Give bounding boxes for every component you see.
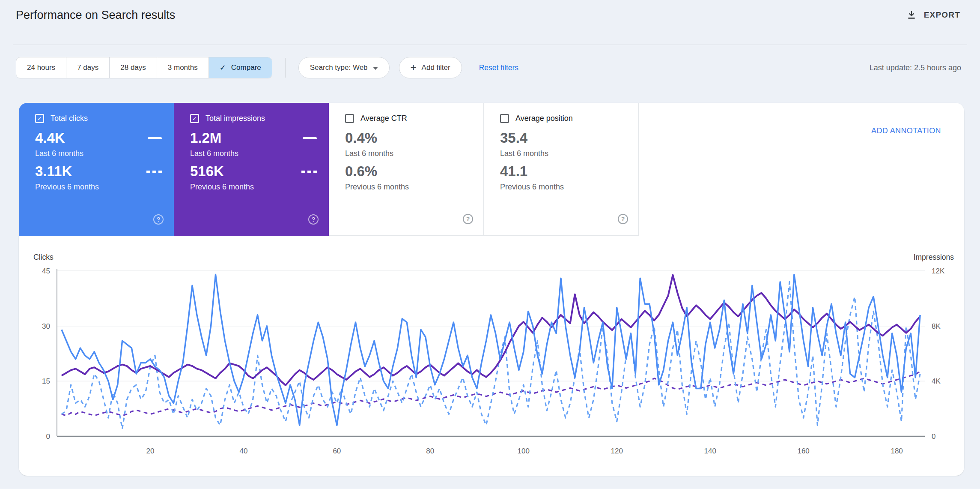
download-icon xyxy=(906,9,917,21)
solid-line-legend-icon xyxy=(148,137,162,139)
header-divider xyxy=(13,45,967,45)
add-annotation-link[interactable]: ADD ANNOTATION xyxy=(869,126,944,136)
checkbox-checked-icon[interactable]: ✓ xyxy=(190,114,199,123)
metric-value: 1.2M xyxy=(190,130,221,146)
checkbox-unchecked-icon[interactable] xyxy=(500,114,509,123)
check-icon: ✓ xyxy=(220,63,226,72)
metric-tile-total-impressions[interactable]: ✓Total impressions1.2MLast 6 months516KP… xyxy=(174,103,329,236)
metric-tile-total-clicks[interactable]: ✓Total clicks4.4KLast 6 months3.11KPrevi… xyxy=(19,103,174,236)
x-axis-tick: 120 xyxy=(611,447,623,455)
left-axis-tick: 0 xyxy=(46,432,50,441)
left-axis-title: Clicks xyxy=(33,253,54,261)
performance-chart: 00154K308K4512KClicksImpressions20406080… xyxy=(19,236,964,476)
metric-value-row: 516K xyxy=(190,163,329,180)
x-axis-tick: 20 xyxy=(146,447,154,455)
solid-line-legend-icon xyxy=(303,137,317,139)
x-axis-tick: 140 xyxy=(704,447,716,455)
page-title: Performance on Search results xyxy=(16,9,175,22)
metric-caption: Previous 6 months xyxy=(190,183,329,192)
right-axis-title: Impressions xyxy=(914,253,954,261)
metric-value: 4.4K xyxy=(35,130,65,146)
metric-value: 0.6% xyxy=(345,163,377,180)
add-filter-button[interactable]: + Add filter xyxy=(399,57,462,78)
metric-value: 0.4% xyxy=(345,130,377,146)
metric-value: 41.1 xyxy=(500,163,527,180)
left-axis-tick: 15 xyxy=(42,377,50,385)
metric-value-row: 41.1 xyxy=(500,163,638,180)
metric-caption: Previous 6 months xyxy=(345,183,483,192)
x-axis-tick: 100 xyxy=(518,447,530,455)
metric-value-row: 3.11K xyxy=(35,163,174,180)
performance-card: ✓Total clicks4.4KLast 6 months3.11KPrevi… xyxy=(19,103,964,476)
metric-caption: Previous 6 months xyxy=(500,183,638,192)
last-update-text: Last update: 2.5 hours ago xyxy=(870,63,961,72)
metric-value-row: 35.4 xyxy=(500,130,638,146)
range-compare[interactable]: ✓Compare xyxy=(209,57,272,78)
help-icon[interactable]: ? xyxy=(153,214,164,225)
metric-label: Total impressions xyxy=(206,114,265,123)
right-axis-tick: 0 xyxy=(932,432,935,441)
export-button[interactable]: EXPORT xyxy=(905,7,961,23)
right-axis-tick: 8K xyxy=(932,322,941,330)
metric-tile-average-position[interactable]: Average position35.4Last 6 months41.1Pre… xyxy=(484,103,639,236)
metric-header: Average position xyxy=(500,114,638,123)
help-icon[interactable]: ? xyxy=(308,214,319,225)
plus-icon: + xyxy=(411,62,417,72)
metric-value: 3.11K xyxy=(35,163,72,180)
checkbox-unchecked-icon[interactable] xyxy=(345,114,354,123)
metric-tile-average-ctr[interactable]: Average CTR0.4%Last 6 months0.6%Previous… xyxy=(329,103,484,236)
range-3-months[interactable]: 3 months xyxy=(157,57,209,78)
range-label: 3 months xyxy=(168,63,198,72)
metric-value-row: 0.6% xyxy=(345,163,483,180)
dashed-line-legend-icon xyxy=(301,171,317,173)
x-axis-tick: 80 xyxy=(426,447,434,455)
search-type-label: Search type: Web xyxy=(310,63,368,72)
metric-header: ✓Total clicks xyxy=(35,114,174,123)
metric-tiles: ✓Total clicks4.4KLast 6 months3.11KPrevi… xyxy=(19,103,964,236)
export-label: EXPORT xyxy=(924,10,960,20)
x-axis-tick: 60 xyxy=(333,447,341,455)
metric-value: 35.4 xyxy=(500,130,527,146)
range-7-days[interactable]: 7 days xyxy=(66,57,109,78)
toolbar-separator xyxy=(285,58,286,78)
range-24-hours[interactable]: 24 hours xyxy=(16,57,66,78)
metric-caption: Last 6 months xyxy=(500,149,638,158)
metric-value-row: 4.4K xyxy=(35,130,174,146)
range-label: 7 days xyxy=(77,63,98,72)
checkbox-checked-icon[interactable]: ✓ xyxy=(35,114,44,123)
help-icon[interactable]: ? xyxy=(463,214,473,224)
range-label: Compare xyxy=(231,63,261,72)
metric-header: ✓Total impressions xyxy=(190,114,329,123)
help-icon[interactable]: ? xyxy=(618,214,628,224)
metric-value: 516K xyxy=(190,163,224,180)
bottom-section-divider xyxy=(0,488,980,488)
metric-caption: Last 6 months xyxy=(190,149,329,158)
series-impressions-previous-6-months xyxy=(62,372,920,416)
chevron-down-icon xyxy=(373,67,378,70)
add-filter-label: Add filter xyxy=(422,63,450,72)
metric-label: Average CTR xyxy=(360,114,407,123)
range-label: 28 days xyxy=(120,63,146,72)
range-28-days[interactable]: 28 days xyxy=(109,57,157,78)
x-axis-tick: 180 xyxy=(891,447,903,455)
x-axis-tick: 40 xyxy=(239,447,247,455)
metric-value-row: 0.4% xyxy=(345,130,483,146)
metric-value-row: 1.2M xyxy=(190,130,329,146)
metric-label: Total clicks xyxy=(51,114,88,123)
metric-caption: Last 6 months xyxy=(345,149,483,158)
left-axis-tick: 45 xyxy=(42,267,50,275)
metric-caption: Last 6 months xyxy=(35,149,174,158)
x-axis-tick: 160 xyxy=(797,447,809,455)
dashed-line-legend-icon xyxy=(146,171,162,173)
right-axis-tick: 4K xyxy=(932,377,941,385)
filter-toolbar: 24 hours7 days28 days3 months✓Compare Se… xyxy=(16,57,961,78)
search-type-dropdown[interactable]: Search type: Web xyxy=(298,57,390,78)
left-axis-tick: 30 xyxy=(42,322,50,330)
range-label: 24 hours xyxy=(27,63,55,72)
right-axis-tick: 12K xyxy=(932,267,945,275)
metric-header: Average CTR xyxy=(345,114,483,123)
reset-filters-link[interactable]: Reset filters xyxy=(477,63,521,73)
date-range-group: 24 hours7 days28 days3 months✓Compare xyxy=(16,57,272,78)
metric-caption: Previous 6 months xyxy=(35,183,174,192)
metric-label: Average position xyxy=(515,114,573,123)
